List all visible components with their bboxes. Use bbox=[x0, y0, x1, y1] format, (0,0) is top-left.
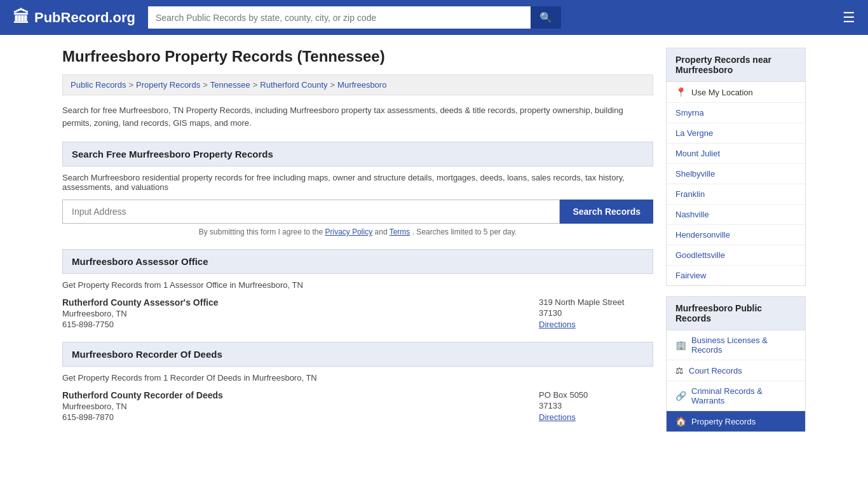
address-search-input[interactable] bbox=[62, 200, 560, 224]
logo-icon: 🏛 bbox=[13, 8, 29, 27]
goodlettsville-link[interactable]: Goodlettsville bbox=[675, 250, 725, 260]
court-records-link[interactable]: Court Records bbox=[689, 366, 742, 376]
criminal-icon: 🔗 bbox=[675, 391, 686, 401]
property-icon: 🏠 bbox=[675, 416, 686, 426]
breadcrumb-sep-4: > bbox=[330, 80, 336, 90]
mountjuliet-link[interactable]: Mount Juliet bbox=[675, 149, 720, 158]
sidebar: Property Records near Murfreesboro 📍 Use… bbox=[666, 48, 806, 442]
search-sub-description: Search Murfreesboro residential property… bbox=[62, 173, 653, 192]
breadcrumb: Public Records > Property Records > Tenn… bbox=[62, 74, 653, 95]
property-records-link[interactable]: Property Records bbox=[691, 417, 756, 426]
recorder-office-zip: 37133 bbox=[539, 401, 653, 410]
global-search-bar: 🔍 bbox=[148, 6, 561, 29]
criminal-records-link[interactable]: Criminal Records & Warrants bbox=[691, 386, 796, 405]
court-icon: ⚖ bbox=[675, 365, 684, 376]
hendersonville-link[interactable]: Hendersonville bbox=[675, 230, 730, 240]
address-search-form: Search Records bbox=[62, 200, 653, 224]
search-records-button[interactable]: Search Records bbox=[560, 200, 653, 224]
franklin-link[interactable]: Franklin bbox=[675, 189, 705, 199]
fairview-link[interactable]: Fairview bbox=[675, 271, 706, 280]
recorder-office-city: Murfreesboro, TN bbox=[62, 402, 526, 411]
privacy-policy-link[interactable]: Privacy Policy bbox=[325, 227, 373, 236]
nearby-records-box: Property Records near Murfreesboro 📍 Use… bbox=[666, 48, 806, 286]
disclaimer-limit: . Searches limited to 5 per day. bbox=[412, 227, 517, 236]
assessor-directions-link[interactable]: Directions bbox=[539, 320, 576, 329]
recorder-office-name: Rutherford County Recorder of Deeds bbox=[62, 390, 526, 400]
recorder-office-entry: Rutherford County Recorder of Deeds Murf… bbox=[62, 390, 653, 422]
business-licenses-link[interactable]: Business Licenses & Records bbox=[691, 336, 796, 355]
recorder-section-header: Murfreesboro Recorder Of Deeds bbox=[62, 342, 653, 367]
location-icon: 📍 bbox=[675, 87, 686, 97]
sidebar-court-records[interactable]: ⚖ Court Records bbox=[667, 360, 805, 381]
search-section-header: Search Free Murfreesboro Property Record… bbox=[62, 142, 653, 166]
lavergne-link[interactable]: La Vergne bbox=[675, 128, 713, 138]
breadcrumb-tennessee[interactable]: Tennessee bbox=[210, 80, 250, 90]
breadcrumb-rutherford[interactable]: Rutherford County bbox=[260, 80, 327, 90]
search-icon: 🔍 bbox=[539, 12, 552, 23]
main-content: Murfreesboro Property Records (Tennessee… bbox=[62, 48, 653, 442]
recorder-office-phone: 615-898-7870 bbox=[62, 412, 526, 422]
business-icon: 🏢 bbox=[675, 340, 686, 350]
breadcrumb-sep-1: > bbox=[128, 80, 133, 90]
disclaimer-text: By submitting this form I agree to the bbox=[199, 227, 323, 236]
sidebar-item-lavergne[interactable]: La Vergne bbox=[667, 123, 805, 144]
sidebar-item-smyrna[interactable]: Smyrna bbox=[667, 103, 805, 123]
breadcrumb-public-records[interactable]: Public Records bbox=[71, 80, 126, 90]
recorder-office-desc: Get Property Records from 1 Recorder Of … bbox=[62, 373, 653, 383]
assessor-office-desc: Get Property Records from 1 Assessor Off… bbox=[62, 280, 653, 290]
page-title: Murfreesboro Property Records (Tennessee… bbox=[62, 48, 653, 65]
assessor-section-header: Murfreesboro Assessor Office bbox=[62, 249, 653, 274]
site-header: 🏛 PubRecord.org 🔍 ☰ bbox=[0, 0, 868, 35]
sidebar-item-nashville[interactable]: Nashville bbox=[667, 205, 805, 225]
sidebar-criminal-records[interactable]: 🔗 Criminal Records & Warrants bbox=[667, 381, 805, 411]
nashville-link[interactable]: Nashville bbox=[675, 210, 709, 219]
page-wrapper: Murfreesboro Property Records (Tennessee… bbox=[53, 35, 815, 455]
assessor-office-right: 319 North Maple Street 37130 Directions bbox=[539, 297, 653, 329]
terms-link[interactable]: Terms bbox=[390, 227, 410, 236]
sidebar-item-goodlettsville[interactable]: Goodlettsville bbox=[667, 245, 805, 266]
assessor-office-phone: 615-898-7750 bbox=[62, 320, 526, 329]
use-my-location-item[interactable]: 📍 Use My Location bbox=[667, 82, 805, 103]
assessor-office-address: 319 North Maple Street bbox=[539, 297, 653, 307]
assessor-office-section: Murfreesboro Assessor Office Get Propert… bbox=[62, 249, 653, 329]
public-records-box: Murfreesboro Public Records 🏢 Business L… bbox=[666, 296, 806, 432]
logo-text: PubRecord.org bbox=[34, 10, 135, 26]
sidebar-item-hendersonville[interactable]: Hendersonville bbox=[667, 225, 805, 245]
recorder-directions-link[interactable]: Directions bbox=[539, 412, 576, 422]
use-location-label: Use My Location bbox=[691, 88, 753, 97]
sidebar-item-mountjuliet[interactable]: Mount Juliet bbox=[667, 144, 805, 164]
recorder-office-right: PO Box 5050 37133 Directions bbox=[539, 390, 653, 422]
search-section: Search Free Murfreesboro Property Record… bbox=[62, 142, 653, 236]
assessor-office-name: Rutherford County Assessor's Office bbox=[62, 297, 526, 308]
sidebar-business-licenses[interactable]: 🏢 Business Licenses & Records bbox=[667, 330, 805, 360]
breadcrumb-sep-3: > bbox=[253, 80, 258, 90]
menu-button[interactable]: ☰ bbox=[843, 10, 855, 26]
assessor-office-entry: Rutherford County Assessor's Office Murf… bbox=[62, 297, 653, 329]
global-search-input[interactable] bbox=[148, 6, 531, 29]
smyrna-link[interactable]: Smyrna bbox=[675, 108, 704, 118]
form-disclaimer: By submitting this form I agree to the P… bbox=[62, 227, 653, 236]
assessor-office-city: Murfreesboro, TN bbox=[62, 309, 526, 318]
sidebar-item-shelbyville[interactable]: Shelbyville bbox=[667, 164, 805, 184]
sidebar-item-fairview[interactable]: Fairview bbox=[667, 266, 805, 285]
logo-link[interactable]: 🏛 PubRecord.org bbox=[13, 8, 135, 27]
public-records-box-content: 🏢 Business Licenses & Records ⚖ Court Re… bbox=[667, 330, 805, 431]
nearby-box-title: Property Records near Murfreesboro bbox=[667, 48, 805, 82]
shelbyville-link[interactable]: Shelbyville bbox=[675, 169, 715, 179]
global-search-button[interactable]: 🔍 bbox=[531, 6, 561, 29]
sidebar-item-franklin[interactable]: Franklin bbox=[667, 184, 805, 205]
public-records-box-title: Murfreesboro Public Records bbox=[667, 297, 805, 330]
breadcrumb-property-records[interactable]: Property Records bbox=[136, 80, 200, 90]
assessor-office-left: Rutherford County Assessor's Office Murf… bbox=[62, 297, 526, 329]
breadcrumb-sep-2: > bbox=[203, 80, 208, 90]
breadcrumb-murfreesboro[interactable]: Murfreesboro bbox=[337, 80, 386, 90]
nearby-box-content: 📍 Use My Location Smyrna La Vergne Mount… bbox=[667, 82, 805, 285]
sidebar-property-records[interactable]: 🏠 Property Records bbox=[667, 411, 805, 431]
assessor-office-zip: 37130 bbox=[539, 308, 653, 318]
recorder-office-left: Rutherford County Recorder of Deeds Murf… bbox=[62, 390, 526, 422]
recorder-office-section: Murfreesboro Recorder Of Deeds Get Prope… bbox=[62, 342, 653, 422]
recorder-office-address: PO Box 5050 bbox=[539, 390, 653, 400]
disclaimer-and: and bbox=[375, 227, 390, 236]
page-description: Search for free Murfreesboro, TN Propert… bbox=[62, 104, 653, 129]
